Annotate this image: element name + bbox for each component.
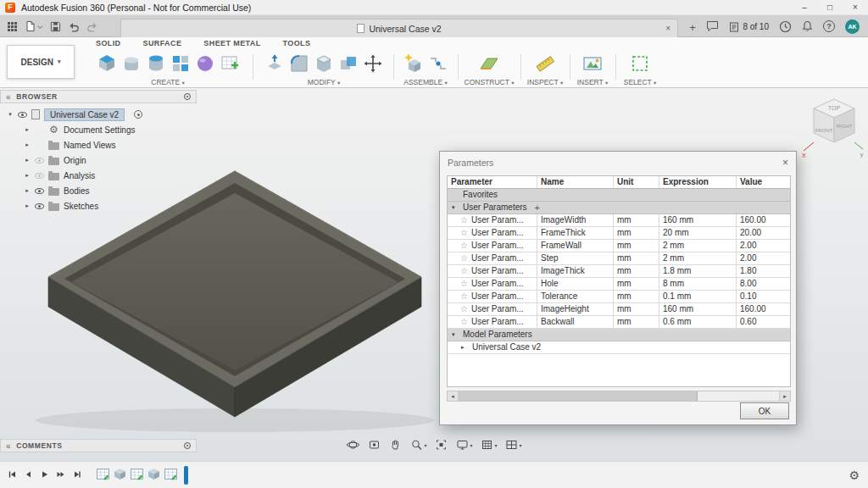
orbit-icon[interactable]	[346, 438, 359, 452]
favorite-star-icon[interactable]: ☆	[460, 305, 468, 313]
create-box-icon[interactable]	[96, 53, 118, 75]
expand-arrow-icon[interactable]: ▸	[461, 341, 468, 353]
parameter-expression-cell[interactable]: 0.6 mm	[659, 316, 737, 328]
document-tab[interactable]: Universal Case v2 ×	[120, 19, 678, 37]
fit-view-icon[interactable]	[434, 438, 448, 452]
visibility-eye-icon[interactable]	[35, 188, 44, 194]
parameter-row[interactable]: ☆ User Param... Hole mm 8 mm 8.00	[448, 278, 790, 291]
expand-arrow-icon[interactable]: ▾	[7, 111, 14, 118]
parameter-expression-cell[interactable]: 160 mm	[659, 303, 737, 315]
shell-icon[interactable]	[313, 53, 335, 75]
panel-display-toggle-icon[interactable]	[184, 93, 191, 100]
parameter-name-cell[interactable]: FrameThick	[537, 227, 614, 239]
save-icon[interactable]	[50, 21, 61, 32]
joint-icon[interactable]	[427, 53, 449, 75]
ribbon-tab[interactable]: SURFACE	[132, 37, 193, 50]
browser-tree-item[interactable]: ▸ Analysis	[0, 168, 197, 183]
timeline-position-marker[interactable]	[184, 466, 188, 485]
browser-root-component[interactable]: ▾ Universal Case v2	[0, 107, 197, 122]
step-back-icon[interactable]	[23, 469, 33, 481]
activate-component-radio[interactable]	[134, 110, 142, 119]
group-label-construct[interactable]: CONSTRUCT ▾	[463, 78, 515, 86]
timeline-sketch-feature-icon[interactable]	[96, 467, 110, 483]
favorite-star-icon[interactable]: ☆	[460, 292, 468, 301]
browser-tree-item[interactable]: ▸ Named Views	[0, 137, 197, 152]
column-header-name[interactable]: Name	[537, 176, 614, 188]
look-at-icon[interactable]	[367, 438, 381, 452]
parameter-name-cell[interactable]: Step	[537, 252, 614, 264]
press-pull-icon[interactable]	[264, 53, 286, 75]
parameter-row[interactable]: ☆ User Param... Step mm 2 mm 2.00	[448, 252, 790, 265]
browser-tree-item[interactable]: ▸ Sketches	[0, 198, 197, 214]
parameter-expression-cell[interactable]: 2 mm	[659, 240, 737, 252]
ribbon-tab[interactable]: SHEET METAL	[192, 37, 271, 50]
timeline-settings-gear-icon[interactable]: ⚙	[849, 469, 860, 482]
timeline-body-feature-icon[interactable]	[113, 467, 127, 483]
visibility-eye-icon[interactable]	[35, 203, 44, 209]
timeline-sketch-feature-icon[interactable]	[130, 467, 144, 483]
column-header-parameter[interactable]: Parameter	[448, 176, 537, 188]
app-grid-icon[interactable]	[7, 21, 18, 32]
expand-arrow-icon[interactable]: ▸	[24, 141, 31, 148]
combine-icon[interactable]	[337, 53, 359, 75]
browser-tree-item[interactable]: ▸ Bodies	[0, 183, 197, 198]
viewports-icon[interactable]: ▾	[505, 438, 522, 452]
visibility-eye-icon[interactable]	[35, 158, 44, 164]
create-cylinder-icon[interactable]	[145, 53, 167, 75]
tab-close-icon[interactable]: ×	[665, 24, 670, 33]
create-form-icon[interactable]	[194, 53, 216, 75]
close-button[interactable]: ×	[843, 0, 868, 14]
view-cube[interactable]: TOP FRONT RIGHT X Y	[795, 92, 866, 163]
timeline-body-feature-icon[interactable]	[147, 467, 161, 483]
redo-icon[interactable]	[86, 21, 98, 32]
panel-display-toggle-icon[interactable]	[184, 442, 191, 449]
column-header-unit[interactable]: Unit	[614, 176, 659, 188]
group-label-create[interactable]: CREATE ▾	[85, 78, 251, 86]
expand-arrow-icon[interactable]: ▸	[24, 157, 31, 164]
column-header-expression[interactable]: Expression	[659, 176, 737, 188]
minimize-button[interactable]: –	[792, 0, 817, 14]
new-component-icon[interactable]	[403, 53, 425, 75]
parameter-row[interactable]: ☆ User Param... FrameWall mm 2 mm 2.00	[448, 240, 790, 252]
favorite-star-icon[interactable]: ☆	[460, 280, 468, 288]
parameter-row[interactable]: ☆ User Param... Tolerance mm 0.1 mm 0.10	[448, 291, 790, 303]
scroll-right-arrow-icon[interactable]: ▸	[779, 391, 790, 401]
extensions-clock-icon[interactable]	[779, 20, 792, 33]
fillet-icon[interactable]	[288, 53, 310, 75]
collapse-panel-icon[interactable]: «	[6, 441, 11, 451]
scroll-left-arrow-icon[interactable]: ◂	[448, 391, 459, 401]
user-parameters-section-row[interactable]: ▾ User Parameters +	[448, 202, 790, 214]
favorite-star-icon[interactable]: ☆	[460, 254, 468, 263]
parameter-expression-cell[interactable]: 1.8 mm	[659, 265, 737, 277]
favorite-star-icon[interactable]: ☆	[460, 241, 468, 250]
parameter-expression-cell[interactable]: 8 mm	[659, 278, 737, 290]
group-label-insert[interactable]: INSERT ▾	[573, 78, 612, 86]
file-menu-icon[interactable]	[25, 20, 43, 32]
undo-icon[interactable]	[68, 21, 80, 32]
zoom-icon[interactable]: ▾	[409, 438, 426, 452]
parameter-row[interactable]: ☆ User Param... ImageWidth mm 160 mm 160…	[448, 214, 790, 227]
expand-arrow-icon[interactable]: ▸	[24, 202, 31, 209]
parameter-row[interactable]: ☆ User Param... Backwall mm 0.6 mm 0.60	[448, 316, 790, 329]
browser-tree-item[interactable]: ▸ Origin	[0, 152, 197, 168]
skip-to-end-icon[interactable]	[72, 469, 82, 481]
parameter-expression-cell[interactable]: 20 mm	[659, 227, 737, 239]
dialog-close-icon[interactable]: ×	[782, 157, 788, 169]
horizontal-scrollbar[interactable]: ◂ ▸	[447, 391, 791, 402]
group-label-assemble[interactable]: ASSEMBLE ▾	[398, 78, 453, 86]
favorites-section-row[interactable]: Favorites	[448, 189, 790, 202]
model-parameters-section-row[interactable]: ▾ Model Parameters	[448, 329, 790, 341]
parameter-row[interactable]: ☆ User Param... ImageHeight mm 160 mm 16…	[448, 303, 790, 316]
comment-bubble-icon[interactable]	[706, 20, 719, 32]
ok-button[interactable]: OK	[740, 402, 789, 419]
parameter-name-cell[interactable]: ImageWidth	[537, 214, 614, 226]
create-sketch-icon[interactable]	[219, 53, 241, 75]
expand-arrow-icon[interactable]: ▾	[452, 202, 459, 214]
parameter-name-cell[interactable]: Backwall	[537, 316, 614, 328]
parameter-expression-cell[interactable]: 2 mm	[659, 252, 737, 264]
construction-plane-icon[interactable]	[478, 53, 500, 75]
select-icon[interactable]	[629, 53, 651, 75]
insert-image-icon[interactable]	[581, 53, 604, 75]
parameter-name-cell[interactable]: FrameWall	[537, 240, 614, 252]
add-parameter-button[interactable]: +	[535, 202, 540, 214]
